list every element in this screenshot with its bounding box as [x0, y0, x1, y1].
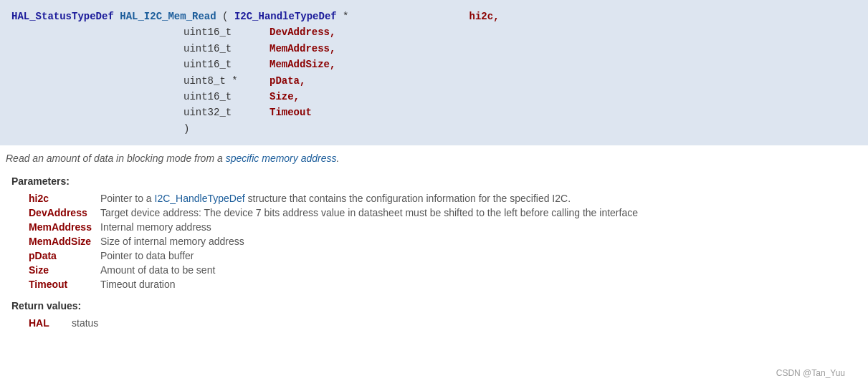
param-line-pdata: uint8_t * pData, [11, 73, 857, 89]
first-param-name: hi2c, [469, 11, 500, 22]
description: Read an amount of data in blocking mode … [0, 145, 868, 171]
param-line-timeout: uint32_t Timeout [11, 105, 857, 120]
function-name: HAL_I2C_Mem_Read [120, 11, 216, 22]
return-hal: HAL status [11, 316, 857, 330]
param-timeout: Timeout Timeout duration [11, 277, 857, 291]
param-memaddsize: MemAddSize Size of internal memory addre… [11, 234, 857, 248]
param-memaddress: MemAddress Internal memory address [11, 220, 857, 234]
return-type: HAL_StatusTypeDef [11, 11, 114, 22]
param-hi2c: hi2c Pointer to a I2C_HandleTypeDef stru… [11, 191, 857, 206]
return-values-section: Return values: HAL status [0, 296, 868, 334]
param-size: Size Amount of data to be sent [11, 263, 857, 277]
return-label: Return values: [11, 300, 857, 312]
param-line-size: uint16_t Size, [11, 89, 857, 105]
parameters-label: Parameters: [11, 175, 857, 187]
function-signature: HAL_StatusTypeDef HAL_I2C_Mem_Read ( I2C… [0, 0, 868, 145]
page-wrapper: HAL_StatusTypeDef HAL_I2C_Mem_Read ( I2C… [0, 0, 868, 391]
footer-credit: CSDN @Tan_Yuu [765, 362, 857, 384]
param-pdata: pData Pointer to data buffer [11, 248, 857, 263]
close-paren: ) [11, 121, 857, 137]
parameters-section: Parameters: hi2c Pointer to a I2C_Handle… [0, 171, 868, 296]
param-line-memaddress: uint16_t MemAddress, [11, 41, 857, 57]
param-line-memaddsize: uint16_t MemAddSize, [11, 57, 857, 72]
param-devaddress: DevAddress Target device address: The de… [11, 206, 857, 220]
param-line-devaddress: uint16_t DevAddress, [11, 24, 857, 40]
first-param-type: I2C_HandleTypeDef [234, 11, 337, 22]
signature-first-line: HAL_StatusTypeDef HAL_I2C_Mem_Read ( I2C… [11, 9, 857, 24]
